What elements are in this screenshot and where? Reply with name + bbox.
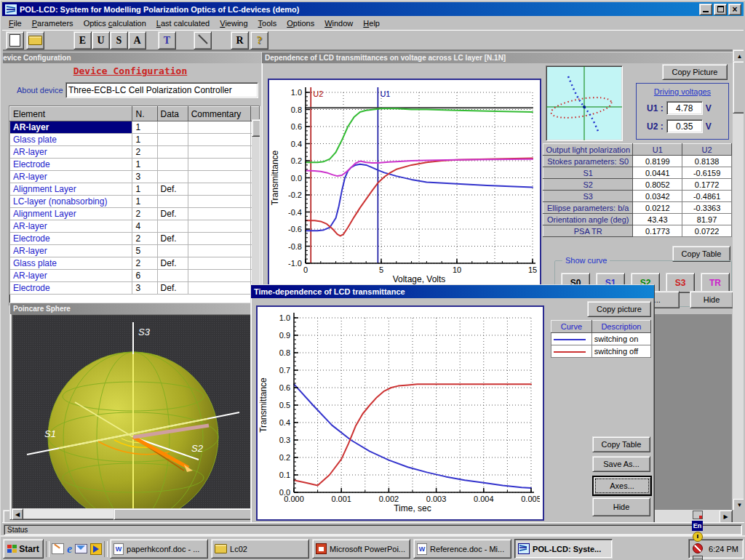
table-row[interactable]: Electrode1 [10,159,260,171]
device-data-cell[interactable] [157,196,188,208]
device-element-cell[interactable]: AR-layer [10,245,132,257]
r-button[interactable]: R [231,31,249,49]
copy-picture-button[interactable]: Copy Picture [662,64,728,80]
device-n-cell[interactable]: 6 [132,270,157,282]
menu-item-file[interactable]: File [4,17,27,29]
device-n-cell[interactable]: 3 [132,282,157,295]
device-n-cell[interactable]: 1 [132,121,157,134]
time-dialog-titlebar[interactable]: Time-dependence of LCD transmittance [251,285,654,298]
t-button[interactable]: T [158,31,176,49]
table-row[interactable]: LC-layer (nonabsorbing)1 [10,196,260,208]
help-button[interactable]: ? [250,31,268,49]
device-data-cell[interactable]: Def. [157,208,188,220]
menu-item-optics-calculation[interactable]: Optics calculation [79,17,151,29]
device-data-cell[interactable] [157,146,188,159]
device-data-cell[interactable] [157,245,188,257]
device-commentary-cell[interactable] [188,121,250,134]
restore-button[interactable] [714,4,727,15]
device-n-cell[interactable]: 1 [132,183,157,196]
media-player-icon[interactable] [90,543,102,555]
taskbar-button-lc02[interactable]: Lc02 [211,539,309,559]
menu-item-last-calculated[interactable]: Last calculated [151,17,215,29]
device-commentary-cell[interactable] [188,257,250,270]
about-device-input[interactable] [65,82,258,98]
device-element-cell[interactable]: Alignment Layer [10,183,132,196]
minimize-button[interactable] [699,4,712,15]
menu-item-window[interactable]: Window [319,17,358,29]
table-row[interactable]: AR-layer2 [10,146,260,159]
device-element-cell[interactable]: AR-layer [10,146,132,159]
menu-item-options[interactable]: Options [282,17,319,29]
device-table-scrollbar[interactable] [252,119,260,305]
device-column-header-commentary[interactable]: Commentary [188,107,250,121]
device-data-cell[interactable] [157,220,188,233]
device-commentary-cell[interactable] [188,282,250,295]
device-element-cell[interactable]: AR-layer [10,171,132,183]
device-element-cell[interactable]: LC-layer (nonabsorbing) [10,196,132,208]
device-n-cell[interactable]: 2 [132,146,157,159]
device-commentary-cell[interactable] [188,245,250,257]
u1-input[interactable] [666,101,703,115]
tray-clock-icon[interactable] [692,531,704,543]
device-commentary-cell[interactable] [188,159,250,171]
device-n-cell[interactable]: 3 [132,171,157,183]
hide-button[interactable]: Hide [690,291,733,308]
new-document-button[interactable] [6,31,24,49]
tray-language-icon[interactable]: En [692,521,703,531]
device-data-cell[interactable] [157,270,188,282]
table-row[interactable]: Electrode3Def. [10,282,260,295]
device-element-cell[interactable]: Glass plate [10,134,132,146]
device-data-cell[interactable] [157,159,188,171]
taskbar-button-microsoft-powerpoi-[interactable]: Microsoft PowerPoi... [312,539,410,559]
internet-explorer-icon[interactable]: e [67,543,72,556]
device-data-cell[interactable]: Def. [157,282,188,295]
device-data-cell[interactable]: Def. [157,257,188,270]
a-button[interactable]: A [128,31,146,49]
device-column-header-n[interactable]: N. [132,107,157,121]
copy-table-button[interactable]: Copy Table [672,246,730,262]
device-element-cell[interactable]: Glass plate [10,257,132,270]
taskbar-button-reference-doc-mi-[interactable]: WReference.doc - Mi... [413,539,511,559]
device-n-cell[interactable]: 1 [132,134,157,146]
taskbar-button-pol-lcd-syste-[interactable]: POL-LCD: Syste... [514,539,613,559]
menu-item-tools[interactable]: Tools [253,17,282,29]
taskbar-button-paperhkconf-doc-[interactable]: Wpaperhkconf.doc - ... [110,539,208,559]
menu-item-parameters[interactable]: Parameters [27,17,79,29]
device-column-header-element[interactable]: Element [10,107,132,121]
device-commentary-cell[interactable] [188,134,250,146]
dialog-save-as-button[interactable]: Save As... [592,456,650,472]
poincare-scrollbar[interactable]: ◀ [12,508,259,519]
dialog-hide-button[interactable]: Hide [592,497,650,516]
device-n-cell[interactable]: 2 [132,233,157,245]
device-n-cell[interactable]: 2 [132,208,157,220]
tray-mute-icon[interactable] [692,543,704,554]
device-data-cell[interactable] [157,121,188,134]
device-data-cell[interactable]: Def. [157,233,188,245]
dialog-copy-table-button[interactable]: Copy Table [592,436,650,452]
show-desktop-icon[interactable] [52,543,64,554]
device-n-cell[interactable]: 5 [132,245,157,257]
table-row[interactable]: AR-layer5 [10,245,260,257]
device-commentary-cell[interactable] [188,196,250,208]
device-commentary-cell[interactable] [188,270,250,282]
table-row[interactable]: Electrode2Def. [10,233,260,245]
menu-item-help[interactable]: Help [358,17,385,29]
device-data-cell[interactable] [157,171,188,183]
device-element-cell[interactable]: Alignment Layer [10,208,132,220]
device-commentary-cell[interactable] [188,146,250,159]
device-n-cell[interactable]: 1 [132,159,157,171]
device-element-cell[interactable]: Electrode [10,282,132,295]
show-curve-tr-button[interactable]: TR [701,273,730,293]
table-row[interactable]: AR-layer6 [10,270,260,282]
device-commentary-cell[interactable] [188,233,250,245]
poincare-scroll-thumb[interactable] [113,508,259,520]
tray-pc-icon[interactable] [692,509,704,521]
show-curve-s3-button[interactable]: S3 [666,273,695,293]
table-row[interactable]: Glass plate1 [10,134,260,146]
e-button[interactable]: E [73,31,92,49]
device-element-cell[interactable]: AR-layer [10,121,132,134]
table-row[interactable]: Glass plate2Def. [10,257,260,270]
device-element-cell[interactable]: AR-layer [10,270,132,282]
device-element-cell[interactable]: Electrode [10,233,132,245]
table-row[interactable]: AR-layer4 [10,220,260,233]
